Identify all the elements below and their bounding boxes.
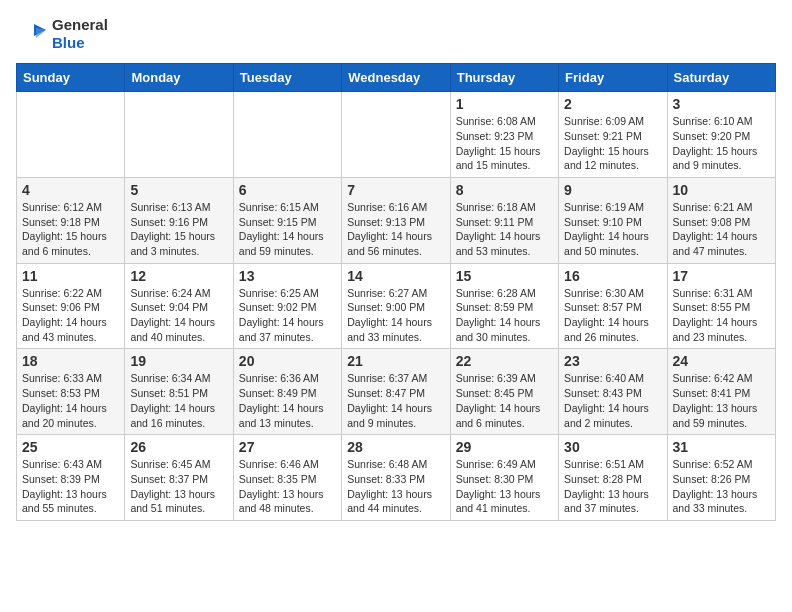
logo: General Blue bbox=[16, 16, 108, 51]
calendar-day-cell: 12Sunrise: 6:24 AM Sunset: 9:04 PM Dayli… bbox=[125, 263, 233, 349]
day-info: Sunrise: 6:13 AM Sunset: 9:16 PM Dayligh… bbox=[130, 200, 227, 259]
day-number: 9 bbox=[564, 182, 661, 198]
day-info: Sunrise: 6:25 AM Sunset: 9:02 PM Dayligh… bbox=[239, 286, 336, 345]
calendar-week-row: 4Sunrise: 6:12 AM Sunset: 9:18 PM Daylig… bbox=[17, 177, 776, 263]
header: General Blue bbox=[16, 16, 776, 51]
calendar-day-cell: 27Sunrise: 6:46 AM Sunset: 8:35 PM Dayli… bbox=[233, 435, 341, 521]
day-info: Sunrise: 6:39 AM Sunset: 8:45 PM Dayligh… bbox=[456, 371, 553, 430]
calendar-day-cell: 14Sunrise: 6:27 AM Sunset: 9:00 PM Dayli… bbox=[342, 263, 450, 349]
calendar-day-cell: 1Sunrise: 6:08 AM Sunset: 9:23 PM Daylig… bbox=[450, 92, 558, 178]
day-number: 17 bbox=[673, 268, 770, 284]
day-info: Sunrise: 6:30 AM Sunset: 8:57 PM Dayligh… bbox=[564, 286, 661, 345]
calendar-day-cell: 30Sunrise: 6:51 AM Sunset: 8:28 PM Dayli… bbox=[559, 435, 667, 521]
day-info: Sunrise: 6:37 AM Sunset: 8:47 PM Dayligh… bbox=[347, 371, 444, 430]
day-number: 20 bbox=[239, 353, 336, 369]
calendar-day-header: Wednesday bbox=[342, 64, 450, 92]
day-number: 31 bbox=[673, 439, 770, 455]
day-info: Sunrise: 6:21 AM Sunset: 9:08 PM Dayligh… bbox=[673, 200, 770, 259]
logo-bird-icon bbox=[16, 18, 48, 50]
day-info: Sunrise: 6:33 AM Sunset: 8:53 PM Dayligh… bbox=[22, 371, 119, 430]
day-number: 22 bbox=[456, 353, 553, 369]
calendar-day-cell: 16Sunrise: 6:30 AM Sunset: 8:57 PM Dayli… bbox=[559, 263, 667, 349]
calendar-day-cell: 25Sunrise: 6:43 AM Sunset: 8:39 PM Dayli… bbox=[17, 435, 125, 521]
day-info: Sunrise: 6:52 AM Sunset: 8:26 PM Dayligh… bbox=[673, 457, 770, 516]
day-info: Sunrise: 6:24 AM Sunset: 9:04 PM Dayligh… bbox=[130, 286, 227, 345]
day-number: 14 bbox=[347, 268, 444, 284]
day-info: Sunrise: 6:49 AM Sunset: 8:30 PM Dayligh… bbox=[456, 457, 553, 516]
calendar-day-cell: 4Sunrise: 6:12 AM Sunset: 9:18 PM Daylig… bbox=[17, 177, 125, 263]
day-number: 19 bbox=[130, 353, 227, 369]
day-number: 25 bbox=[22, 439, 119, 455]
day-info: Sunrise: 6:36 AM Sunset: 8:49 PM Dayligh… bbox=[239, 371, 336, 430]
calendar-day-header: Friday bbox=[559, 64, 667, 92]
day-info: Sunrise: 6:28 AM Sunset: 8:59 PM Dayligh… bbox=[456, 286, 553, 345]
day-info: Sunrise: 6:31 AM Sunset: 8:55 PM Dayligh… bbox=[673, 286, 770, 345]
day-number: 12 bbox=[130, 268, 227, 284]
calendar-day-cell: 6Sunrise: 6:15 AM Sunset: 9:15 PM Daylig… bbox=[233, 177, 341, 263]
day-info: Sunrise: 6:19 AM Sunset: 9:10 PM Dayligh… bbox=[564, 200, 661, 259]
calendar-day-cell: 31Sunrise: 6:52 AM Sunset: 8:26 PM Dayli… bbox=[667, 435, 775, 521]
day-number: 4 bbox=[22, 182, 119, 198]
calendar-day-cell: 26Sunrise: 6:45 AM Sunset: 8:37 PM Dayli… bbox=[125, 435, 233, 521]
calendar-day-cell bbox=[342, 92, 450, 178]
day-info: Sunrise: 6:27 AM Sunset: 9:00 PM Dayligh… bbox=[347, 286, 444, 345]
calendar-week-row: 25Sunrise: 6:43 AM Sunset: 8:39 PM Dayli… bbox=[17, 435, 776, 521]
calendar-day-header: Saturday bbox=[667, 64, 775, 92]
day-number: 21 bbox=[347, 353, 444, 369]
calendar-day-cell bbox=[17, 92, 125, 178]
calendar-day-cell bbox=[233, 92, 341, 178]
calendar-day-cell: 2Sunrise: 6:09 AM Sunset: 9:21 PM Daylig… bbox=[559, 92, 667, 178]
calendar-day-cell: 18Sunrise: 6:33 AM Sunset: 8:53 PM Dayli… bbox=[17, 349, 125, 435]
day-number: 15 bbox=[456, 268, 553, 284]
day-info: Sunrise: 6:45 AM Sunset: 8:37 PM Dayligh… bbox=[130, 457, 227, 516]
day-info: Sunrise: 6:15 AM Sunset: 9:15 PM Dayligh… bbox=[239, 200, 336, 259]
day-info: Sunrise: 6:51 AM Sunset: 8:28 PM Dayligh… bbox=[564, 457, 661, 516]
day-number: 2 bbox=[564, 96, 661, 112]
day-info: Sunrise: 6:18 AM Sunset: 9:11 PM Dayligh… bbox=[456, 200, 553, 259]
calendar-day-cell: 7Sunrise: 6:16 AM Sunset: 9:13 PM Daylig… bbox=[342, 177, 450, 263]
calendar-day-cell: 15Sunrise: 6:28 AM Sunset: 8:59 PM Dayli… bbox=[450, 263, 558, 349]
day-number: 6 bbox=[239, 182, 336, 198]
day-info: Sunrise: 6:40 AM Sunset: 8:43 PM Dayligh… bbox=[564, 371, 661, 430]
calendar-day-cell: 19Sunrise: 6:34 AM Sunset: 8:51 PM Dayli… bbox=[125, 349, 233, 435]
logo-text: General Blue bbox=[52, 16, 108, 51]
day-number: 1 bbox=[456, 96, 553, 112]
day-number: 13 bbox=[239, 268, 336, 284]
day-info: Sunrise: 6:48 AM Sunset: 8:33 PM Dayligh… bbox=[347, 457, 444, 516]
calendar-day-cell: 13Sunrise: 6:25 AM Sunset: 9:02 PM Dayli… bbox=[233, 263, 341, 349]
calendar-day-cell: 3Sunrise: 6:10 AM Sunset: 9:20 PM Daylig… bbox=[667, 92, 775, 178]
calendar-day-header: Tuesday bbox=[233, 64, 341, 92]
day-number: 27 bbox=[239, 439, 336, 455]
day-info: Sunrise: 6:09 AM Sunset: 9:21 PM Dayligh… bbox=[564, 114, 661, 173]
calendar-day-cell: 17Sunrise: 6:31 AM Sunset: 8:55 PM Dayli… bbox=[667, 263, 775, 349]
calendar-day-header: Thursday bbox=[450, 64, 558, 92]
calendar-week-row: 11Sunrise: 6:22 AM Sunset: 9:06 PM Dayli… bbox=[17, 263, 776, 349]
day-number: 16 bbox=[564, 268, 661, 284]
calendar-day-cell: 21Sunrise: 6:37 AM Sunset: 8:47 PM Dayli… bbox=[342, 349, 450, 435]
day-number: 29 bbox=[456, 439, 553, 455]
calendar-day-cell: 22Sunrise: 6:39 AM Sunset: 8:45 PM Dayli… bbox=[450, 349, 558, 435]
calendar-week-row: 18Sunrise: 6:33 AM Sunset: 8:53 PM Dayli… bbox=[17, 349, 776, 435]
day-info: Sunrise: 6:42 AM Sunset: 8:41 PM Dayligh… bbox=[673, 371, 770, 430]
calendar-day-cell: 20Sunrise: 6:36 AM Sunset: 8:49 PM Dayli… bbox=[233, 349, 341, 435]
calendar-day-cell: 23Sunrise: 6:40 AM Sunset: 8:43 PM Dayli… bbox=[559, 349, 667, 435]
day-number: 7 bbox=[347, 182, 444, 198]
day-number: 28 bbox=[347, 439, 444, 455]
day-number: 5 bbox=[130, 182, 227, 198]
day-number: 18 bbox=[22, 353, 119, 369]
day-info: Sunrise: 6:46 AM Sunset: 8:35 PM Dayligh… bbox=[239, 457, 336, 516]
day-info: Sunrise: 6:16 AM Sunset: 9:13 PM Dayligh… bbox=[347, 200, 444, 259]
calendar-day-cell: 10Sunrise: 6:21 AM Sunset: 9:08 PM Dayli… bbox=[667, 177, 775, 263]
day-number: 26 bbox=[130, 439, 227, 455]
day-number: 10 bbox=[673, 182, 770, 198]
calendar-day-cell bbox=[125, 92, 233, 178]
calendar-day-cell: 28Sunrise: 6:48 AM Sunset: 8:33 PM Dayli… bbox=[342, 435, 450, 521]
day-number: 11 bbox=[22, 268, 119, 284]
calendar-day-cell: 8Sunrise: 6:18 AM Sunset: 9:11 PM Daylig… bbox=[450, 177, 558, 263]
calendar-week-row: 1Sunrise: 6:08 AM Sunset: 9:23 PM Daylig… bbox=[17, 92, 776, 178]
day-number: 8 bbox=[456, 182, 553, 198]
calendar-day-header: Sunday bbox=[17, 64, 125, 92]
calendar-day-cell: 5Sunrise: 6:13 AM Sunset: 9:16 PM Daylig… bbox=[125, 177, 233, 263]
day-number: 3 bbox=[673, 96, 770, 112]
day-info: Sunrise: 6:34 AM Sunset: 8:51 PM Dayligh… bbox=[130, 371, 227, 430]
